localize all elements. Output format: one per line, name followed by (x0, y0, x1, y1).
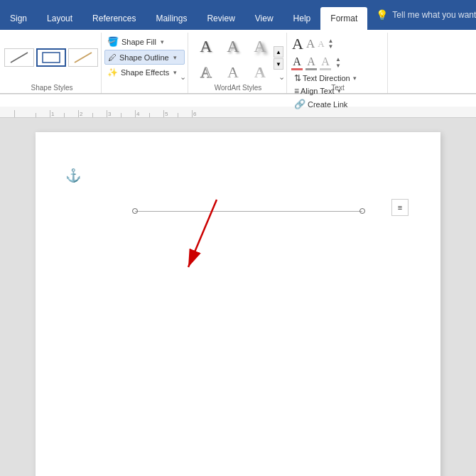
textbox-container (135, 202, 362, 220)
document-area: ⚓ ≡ (0, 118, 476, 476)
ruler-tick-8: 4 (135, 110, 149, 117)
ruler: 1 2 3 4 5 6 (0, 107, 476, 118)
svg-line-2 (75, 53, 92, 63)
wordart-a2[interactable]: A (220, 33, 247, 60)
font-a-large[interactable]: A (291, 34, 304, 54)
ruler-tick-4: 2 (78, 110, 92, 117)
tab-mailings[interactable]: Mailings (146, 7, 197, 30)
ruler-tick-11 (178, 113, 192, 117)
ruler-tick-3 (64, 113, 78, 117)
create-link-button[interactable]: 🔗 Create Link (291, 97, 383, 111)
font-color-a3[interactable]: A (321, 55, 330, 68)
font-a-medium[interactable]: A (305, 36, 315, 52)
rect-shape (41, 51, 61, 64)
font-color-a2-wrap: A (305, 55, 317, 70)
font-color-a3-wrap: A (320, 55, 331, 70)
outline-icon: 🖊 (108, 53, 117, 63)
diagonal-line-shape (9, 51, 29, 64)
svg-rect-1 (43, 53, 60, 63)
shape-outline-button[interactable]: 🖊 Shape Outline ▾ (104, 50, 185, 65)
font-color-a1-wrap: A (291, 55, 303, 70)
ruler-tick-1 (36, 113, 50, 117)
wordart-scroll-up[interactable]: ▲ (274, 46, 283, 58)
shape-fill-button[interactable]: 🪣 Shape Fill ▾ (104, 34, 185, 50)
wordart-a5[interactable]: A (220, 59, 247, 86)
textbox-toolbar-symbol: ≡ (398, 203, 402, 212)
font-color-arrows: ▲ ▼ (335, 57, 341, 69)
font-a-small[interactable]: A (317, 38, 325, 50)
anchor-icon: ⚓ (65, 168, 81, 183)
shape-thumb-1[interactable] (4, 48, 34, 67)
wordart-a1[interactable]: A (193, 33, 220, 60)
fill-dropdown-arrow: ▾ (161, 38, 164, 45)
link-icon: 🔗 (294, 99, 305, 109)
wordart-expand[interactable]: ⌄ (278, 72, 285, 82)
diagonal-line-shape2 (73, 51, 93, 64)
ruler-tick-5 (92, 113, 107, 117)
wordart-scroll: ▲ ▼ (274, 46, 283, 70)
shape-buttons-group: 🪣 Shape Fill ▾ 🖊 Shape Outline ▾ ✨ Shape… (103, 33, 188, 93)
tell-me-input[interactable] (392, 10, 476, 20)
tab-review[interactable]: Review (197, 7, 244, 30)
ruler-tick-7 (121, 113, 135, 117)
text-group: A A A ▲ ▼ A A A ▲ ▼ (288, 33, 388, 93)
shape-thumb-col2 (36, 37, 66, 78)
ruler-inner: 1 2 3 4 5 6 (14, 107, 206, 117)
fill-icon: 🪣 (107, 36, 119, 47)
font-color-a1[interactable]: A (293, 55, 301, 68)
textbox-toolbar-icon[interactable]: ≡ (391, 199, 409, 216)
font-color-row: A A A ▲ ▼ (291, 55, 383, 70)
textbox-line (135, 211, 362, 212)
shape-thumb-col1 (4, 37, 34, 78)
textbox-handle-left[interactable] (132, 208, 138, 214)
ruler-tick-6: 3 (107, 110, 121, 117)
ruler-tick-10: 5 (163, 110, 178, 117)
tab-references[interactable]: References (82, 7, 146, 30)
outline-dropdown-arrow: ▾ (173, 54, 177, 61)
font-size-down[interactable]: ▼ (328, 44, 334, 50)
font-color-bar3 (320, 68, 331, 70)
shape-thumb-col3 (68, 37, 98, 78)
font-color-bar1 (291, 68, 303, 70)
tell-me-area: 💡 (367, 0, 476, 30)
annotation-arrow (36, 132, 440, 476)
ruler-tick-12: 6 (192, 110, 206, 117)
font-size-arrows: ▲ ▼ (328, 38, 334, 50)
font-color-up[interactable]: ▲ (335, 57, 341, 63)
shape-styles-label: Shape Styles (3, 84, 101, 92)
ruler-tick-9 (149, 113, 163, 117)
wordart-scroll-down[interactable]: ▼ (274, 58, 283, 70)
shape-thumb-2-selected[interactable] (36, 48, 66, 67)
tab-help[interactable]: Help (283, 7, 321, 30)
text-direction-button[interactable]: ⇅ Text Direction ▾ (291, 72, 383, 85)
tab-layout[interactable]: Layout (37, 7, 82, 30)
shape-effects-button[interactable]: ✨ Shape Effects ▾ (104, 65, 185, 80)
tab-format[interactable]: Format (320, 7, 367, 30)
shape-thumbnails: Shape Styles (3, 33, 102, 93)
wordart-grid: A A A A A A (193, 33, 272, 83)
ribbon: Shape Styles 🪣 Shape Fill ▾ 🖊 Shape Outl… (0, 30, 476, 94)
wordart-a3[interactable]: A (247, 33, 274, 60)
ribbon-tabs: Sign Layout References Mailings Review V… (0, 0, 476, 30)
wordart-a6[interactable]: A (247, 59, 274, 86)
ribbon-separator (0, 94, 476, 107)
font-color-a2[interactable]: A (307, 55, 315, 68)
effects-dropdown-arrow: ▾ (173, 69, 177, 76)
svg-line-0 (11, 53, 28, 63)
tab-view[interactable]: View (245, 7, 283, 30)
textbox-handle-right[interactable] (359, 208, 365, 214)
font-size-row: A A A ▲ ▼ (291, 34, 383, 54)
lightbulb-icon: 💡 (376, 9, 388, 21)
ruler-tick-2: 1 (50, 110, 64, 117)
shape-styles-expand[interactable]: ⌄ (180, 72, 186, 82)
direction-dropdown: ▾ (353, 75, 357, 82)
wordart-a4[interactable]: A (193, 59, 220, 86)
document-page: ⚓ ≡ (36, 132, 440, 476)
text-direction-icon: ⇅ (294, 73, 301, 83)
ruler-tick-0 (14, 110, 36, 117)
font-color-down[interactable]: ▼ (335, 63, 341, 69)
shape-thumb-3[interactable] (68, 48, 98, 67)
tab-sign[interactable]: Sign (0, 7, 37, 30)
effects-icon: ✨ (107, 67, 118, 77)
text-group-label: Text (288, 84, 387, 92)
